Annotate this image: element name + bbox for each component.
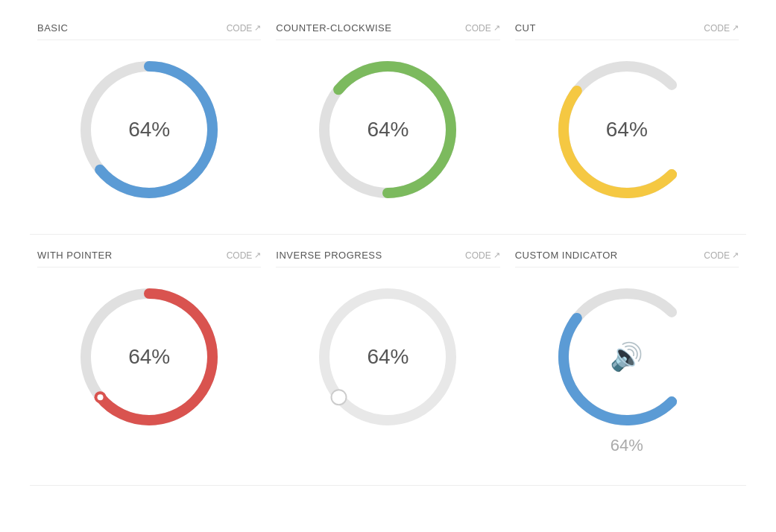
ring-container-with-pointer: 64% (75, 282, 224, 431)
external-link-icon: ↗ (732, 23, 739, 33)
cell-header-custom-indicator: CUSTOM INDICATORCODE ↗ (515, 250, 739, 267)
external-link-icon: ↗ (493, 23, 500, 33)
ring-label-basic: 64% (128, 118, 170, 142)
code-link-with-pointer[interactable]: CODE ↗ (227, 250, 262, 261)
cell-header-with-pointer: WITH POINTERCODE ↗ (37, 250, 261, 267)
volume-icon: 🔊 (610, 341, 643, 373)
ring-container-inverse-progress: 64% (313, 282, 462, 431)
cell-cut: CUTCODE ↗64% (508, 7, 746, 235)
code-link-counter-clockwise[interactable]: CODE ↗ (465, 23, 500, 34)
cell-header-cut: CUTCODE ↗ (515, 22, 739, 40)
ring-container-cut: 64% (552, 55, 701, 204)
ring-container-counter-clockwise: 64% (313, 55, 462, 204)
ring-pct-below-custom-indicator: 64% (611, 436, 643, 455)
external-link-icon: ↗ (254, 250, 261, 260)
external-link-icon: ↗ (493, 250, 500, 260)
cell-header-counter-clockwise: COUNTER-CLOCKWISECODE ↗ (276, 22, 499, 40)
main-grid: BASICCODE ↗64%COUNTER-CLOCKWISECODE ↗64%… (0, 0, 776, 493)
cell-title-basic: BASIC (37, 22, 69, 34)
cell-title-cut: CUT (515, 22, 536, 34)
cell-title-inverse-progress: INVERSE PROGRESS (276, 250, 382, 261)
code-link-cut[interactable]: CODE ↗ (704, 23, 739, 34)
chart-area-basic: 64% (37, 55, 261, 204)
ring-label-inverse-progress: 64% (367, 345, 408, 369)
chart-area-with-pointer: 64% (37, 282, 261, 431)
cell-title-custom-indicator: CUSTOM INDICATOR (515, 250, 618, 261)
chart-area-inverse-progress: 64% (276, 282, 499, 431)
cell-title-with-pointer: WITH POINTER (37, 250, 113, 261)
code-link-inverse-progress[interactable]: CODE ↗ (465, 250, 500, 261)
ring-container-basic: 64% (75, 55, 224, 204)
ring-label-with-pointer: 64% (128, 345, 170, 369)
svg-point-9 (332, 390, 347, 405)
chart-area-cut: 64% (515, 55, 739, 204)
ring-label-counter-clockwise: 64% (367, 118, 408, 142)
cell-header-inverse-progress: INVERSE PROGRESSCODE ↗ (276, 250, 499, 267)
cell-basic: BASICCODE ↗64% (30, 7, 268, 235)
external-link-icon: ↗ (732, 250, 739, 260)
cell-custom-indicator: CUSTOM INDICATORCODE ↗🔊64% (508, 235, 746, 486)
cell-header-basic: BASICCODE ↗ (37, 22, 261, 40)
cell-title-counter-clockwise: COUNTER-CLOCKWISE (276, 22, 391, 34)
svg-point-7 (98, 394, 104, 400)
code-link-custom-indicator[interactable]: CODE ↗ (704, 250, 739, 261)
code-link-basic[interactable]: CODE ↗ (227, 23, 262, 34)
ring-container-custom-indicator: 🔊 (552, 282, 701, 431)
chart-area-counter-clockwise: 64% (276, 55, 499, 204)
external-link-icon: ↗ (254, 23, 261, 33)
cell-inverse-progress: INVERSE PROGRESSCODE ↗64% (268, 235, 507, 486)
cell-with-pointer: WITH POINTERCODE ↗64% (30, 235, 268, 486)
chart-area-custom-indicator: 🔊64% (515, 282, 739, 455)
cell-counter-clockwise: COUNTER-CLOCKWISECODE ↗64% (268, 7, 507, 235)
ring-label-cut: 64% (606, 118, 648, 142)
